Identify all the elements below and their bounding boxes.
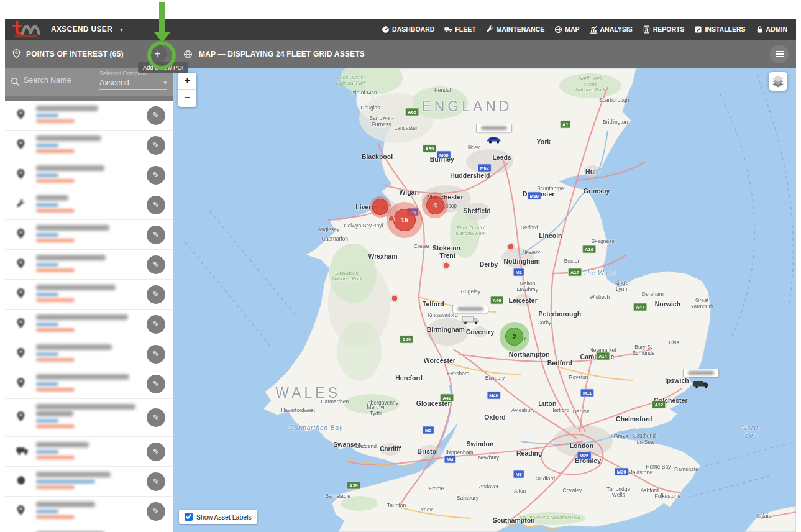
map-menu-button[interactable] xyxy=(770,45,789,63)
zoom-in-button[interactable]: + xyxy=(178,73,196,89)
asset-label-blurred xyxy=(452,305,488,313)
cluster-count xyxy=(372,199,388,215)
poi-subtext-blurred xyxy=(36,450,58,454)
poi-panel-title: POINTS OF INTEREST (65) xyxy=(26,50,124,58)
nav-item-label: MAP xyxy=(565,25,579,33)
edit-poi-button[interactable]: ✎ xyxy=(147,443,165,461)
poi-list-item[interactable]: ✎ xyxy=(5,131,173,160)
edit-poi-button[interactable]: ✎ xyxy=(147,375,165,393)
poi-name-blurred xyxy=(36,225,109,231)
poi-list-item[interactable]: ✎ xyxy=(5,310,173,339)
poi-name-blurred xyxy=(36,404,135,410)
pin-icon xyxy=(16,108,25,122)
nav-item-dashboard[interactable]: DASHBOARD xyxy=(382,25,434,34)
map-canvas[interactable]: ENGLANDWALESLake District National ParkN… xyxy=(173,68,796,532)
edit-poi-button[interactable]: ✎ xyxy=(147,472,165,491)
edit-poi-button[interactable]: ✎ xyxy=(147,345,165,364)
chevron-down-icon: ▾ xyxy=(163,80,167,86)
poi-status-blurred xyxy=(36,358,75,362)
add-poi-button[interactable]: + xyxy=(148,45,167,63)
secondary-bar: POINTS OF INTEREST (65) + MAP — DISPLAYI… xyxy=(5,40,796,68)
map-bar-title: MAP — DISPLAYING 24 FLEET GRID ASSETS xyxy=(199,50,365,58)
poi-list-item[interactable]: ✎ xyxy=(5,497,173,526)
map-globe-icon xyxy=(183,50,193,59)
poi-name-blurred xyxy=(36,165,104,171)
user-menu[interactable]: AXSCEND USER ▾ xyxy=(5,20,123,39)
poi-list-item[interactable]: ✎ xyxy=(5,220,173,250)
map-layers-button[interactable] xyxy=(769,72,787,91)
map-zoom-control: + − xyxy=(178,73,196,107)
asset-cluster-marker[interactable]: 4 xyxy=(422,192,448,218)
poi-list-item[interactable]: ✎ xyxy=(5,190,173,220)
poi-list-item[interactable]: ✎ xyxy=(5,467,173,497)
nav-item-label: ANALYSIS xyxy=(600,25,633,33)
nav-item-label: FLEET xyxy=(455,25,475,33)
nav-item-admin[interactable]: ADMIN xyxy=(756,25,787,34)
pin-icon xyxy=(16,227,25,242)
poi-status-blurred xyxy=(36,149,75,153)
show-asset-labels-toggle[interactable]: Show Asset Labels xyxy=(179,510,257,524)
poi-dot-marker[interactable] xyxy=(391,295,398,302)
add-poi-tooltip: Add a New POI xyxy=(138,62,188,73)
poi-list-item[interactable]: ✎ xyxy=(5,369,173,399)
pin-icon xyxy=(16,138,25,152)
poi-name-blurred xyxy=(36,502,95,507)
fleet-vehicle-marker-car-blue[interactable] xyxy=(486,135,502,146)
pin-icon xyxy=(16,504,25,518)
edit-poi-button[interactable]: ✎ xyxy=(147,285,165,304)
zoom-out-button[interactable]: − xyxy=(178,89,196,107)
nav-item-reports[interactable]: REPORTS xyxy=(643,25,685,34)
show-asset-labels-label: Show Asset Labels xyxy=(196,513,252,521)
user-menu-label: AXSCEND USER xyxy=(51,25,112,34)
poi-list-item[interactable]: ✎ xyxy=(5,250,173,280)
poi-dot-marker[interactable] xyxy=(388,215,395,222)
nav-item-analysis[interactable]: ANALYSIS xyxy=(590,25,633,34)
wrench-icon xyxy=(486,25,494,34)
poi-subtext-blurred xyxy=(36,263,58,267)
nav-item-map[interactable]: MAP xyxy=(554,25,579,34)
wrench-icon xyxy=(16,199,26,211)
poi-name-blurred xyxy=(36,442,89,447)
poi-dot-marker[interactable] xyxy=(507,244,514,250)
asset-cluster-marker[interactable] xyxy=(370,196,391,218)
nav-item-maintenance[interactable]: MAINTENANCE xyxy=(486,25,545,34)
poi-list-item[interactable]: ✎ xyxy=(5,526,173,532)
poi-list-item[interactable]: ✎ xyxy=(5,437,173,467)
poi-status-blurred xyxy=(36,119,75,123)
poi-list-item[interactable]: ✎ xyxy=(5,280,173,310)
edit-poi-button[interactable]: ✎ xyxy=(147,166,165,185)
nav-item-fleet[interactable]: FLEET xyxy=(444,25,475,34)
edit-poi-button[interactable]: ✎ xyxy=(147,136,165,155)
asset-cluster-marker[interactable]: 2 xyxy=(500,322,529,352)
poi-name-blurred xyxy=(36,195,68,201)
edit-poi-button[interactable]: ✎ xyxy=(147,502,165,521)
poi-subtext-blurred xyxy=(36,114,58,117)
edit-poi-button[interactable]: ✎ xyxy=(147,106,165,125)
company-select[interactable]: Selected Company Axscend ▾ xyxy=(99,70,167,90)
edit-poi-button[interactable]: ✎ xyxy=(147,315,165,334)
edit-poi-button[interactable]: ✎ xyxy=(147,408,165,427)
search-name-input[interactable] xyxy=(24,75,89,86)
poi-sidebar: Selected Company Axscend ▾ ✎✎✎✎✎✎✎✎✎✎✎✎✎… xyxy=(5,68,173,532)
edit-poi-button[interactable]: ✎ xyxy=(147,226,165,244)
show-asset-labels-checkbox[interactable] xyxy=(185,513,193,521)
poi-dot-marker[interactable] xyxy=(443,262,450,269)
pin-icon xyxy=(16,347,25,361)
poi-list-item[interactable]: ✎ xyxy=(5,339,173,369)
edit-poi-button[interactable]: ✎ xyxy=(147,196,165,214)
asset-label-blurred xyxy=(683,369,719,377)
circle-icon xyxy=(16,475,26,488)
edit-poi-button[interactable]: ✎ xyxy=(147,255,165,274)
pin-icon xyxy=(16,168,25,182)
poi-status-blurred xyxy=(36,179,75,183)
fleet-vehicle-marker-truck-white[interactable] xyxy=(462,316,479,327)
poi-subtext-blurred xyxy=(36,510,58,513)
nav-item-installers[interactable]: INSTALLERS xyxy=(694,25,745,34)
report-icon xyxy=(643,25,651,34)
poi-list-item[interactable]: ✎ xyxy=(5,399,173,437)
chart-icon xyxy=(590,25,598,34)
poi-list-item[interactable]: ✎ xyxy=(5,160,173,190)
poi-status-blurred xyxy=(36,424,75,428)
poi-list-item[interactable]: ✎ xyxy=(5,101,173,131)
fleet-vehicle-marker-truck-dark[interactable] xyxy=(693,380,709,391)
